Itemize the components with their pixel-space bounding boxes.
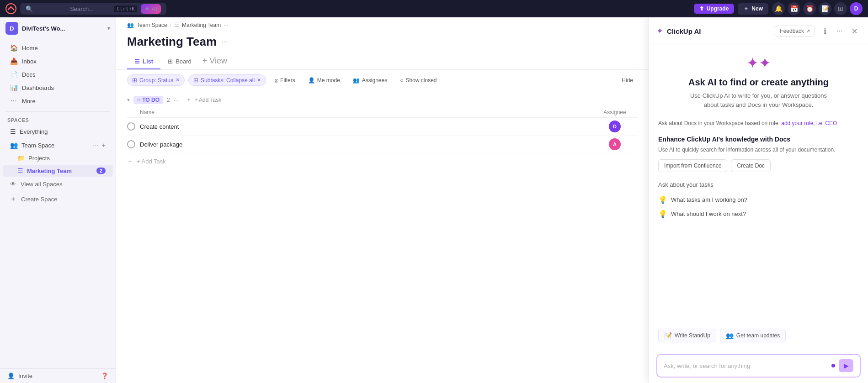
breadcrumb-team-space[interactable]: Team Space [137,22,167,28]
search-bar[interactable]: 🔍 Search... Ctrl+K ✦ AI [20,3,166,15]
more-icon: ⋯ [10,97,17,105]
calendar-icon[interactable]: 📅 [788,2,800,15]
add-view-button[interactable]: + View [199,54,231,69]
sidebar-item-everything[interactable]: ☰ Everything [3,125,113,138]
ai-enhance-section: Enhance ClickUp AI's knowledge with Docs… [658,136,859,172]
task-group-options[interactable]: ··· [174,96,179,104]
ai-button[interactable]: ✦ AI [141,4,161,14]
breadcrumb-marketing-team[interactable]: Marketing Team [182,22,221,28]
ai-more-icon[interactable]: ··· [833,25,846,37]
ai-enhance-title: Enhance ClickUp AI's knowledge with Docs [658,136,859,143]
sidebar-item-dashboards[interactable]: 📊 Dashboards [3,81,113,94]
tab-board[interactable]: ⊞ Board [160,54,199,69]
marketing-team-label: Marketing Team [27,168,72,174]
workspace-header[interactable]: D DiviTest's Wo... ▾ [0,17,116,39]
breadcrumb-more[interactable]: ··· [224,22,228,28]
me-mode-button[interactable]: 👤 Me mode [304,75,345,85]
app-logo [5,3,16,14]
sidebar-view-all-spaces[interactable]: 👁 View all Spaces [3,178,113,190]
sidebar-item-projects[interactable]: 📁 Projects [3,152,113,164]
subtasks-chip[interactable]: ⊞ Subtasks: Collapse all ✕ [188,74,266,86]
ai-suggestion-1[interactable]: 💡 What should I work on next? [658,207,859,221]
get-team-updates-button[interactable]: 👥 Get team updates [720,329,786,342]
new-button[interactable]: ＋ New [738,3,768,15]
grid-icon[interactable]: ⊞ [834,2,847,15]
main-content: 👥 Team Space / ☰ Marketing Team ··· Mark… [116,17,649,383]
task-name-0[interactable]: Create content [140,123,592,130]
ai-enhance-desc: Use AI to quickly search for information… [658,146,859,154]
invite-icon: 👤 [7,373,15,379]
ai-role-link[interactable]: add your role, i.e. CEO [781,120,837,126]
task-name-1[interactable]: Deliver package [140,141,592,148]
me-mode-icon: 👤 [308,77,315,84]
more-label: More [22,98,36,105]
docs-label: Docs [22,71,36,78]
team-space-label: Team Space [21,142,54,149]
team-space-icon: 👥 [10,142,18,149]
sidebar-item-docs[interactable]: 📄 Docs [3,68,113,81]
ai-send-button[interactable]: ▶ [839,359,853,372]
ai-info-icon[interactable]: ℹ [819,25,831,37]
suggestion-icon-1: 💡 [658,210,667,218]
ai-role-note: Ask about Docs in your Workspace based o… [658,120,859,126]
main-header: 👥 Team Space / ☰ Marketing Team ··· Mark… [116,17,649,70]
add-icon: ＋ [127,157,133,165]
name-col-header: Name [140,109,592,115]
sidebar-item-inbox[interactable]: 📥 Inbox [3,55,113,68]
ai-feedback-button[interactable]: Feedback ↗ [775,26,815,37]
task-checkbox-1[interactable] [127,140,135,148]
sidebar-item-team-space[interactable]: 👥 Team Space ··· + [3,139,113,152]
add-task-icon: ＋ [186,96,192,104]
group-status-chip[interactable]: ⊞ Group: Status ✕ [127,74,185,86]
page-title-row: Marketing Team ··· [127,31,638,52]
breadcrumb-sep: / [170,22,171,28]
sidebar-item-more[interactable]: ⋯ More [3,94,113,107]
add-task-inline[interactable]: ＋ + Add Task [182,95,225,105]
notifications-icon[interactable]: 🔔 [772,2,785,15]
subtasks-chip-close[interactable]: ✕ [257,77,261,83]
sidebar-create-space[interactable]: ＋ Create Space [3,192,113,206]
home-label: Home [22,45,38,52]
show-closed-button[interactable]: ○ Show closed [395,75,441,85]
tab-list[interactable]: ☰ List [127,54,160,69]
docs-icon: 📄 [10,71,17,78]
show-closed-icon: ○ [400,77,403,84]
ai-suggestion-0[interactable]: 💡 What tasks am I working on? [658,193,859,207]
topbar: 🔍 Search... Ctrl+K ✦ AI ⬆ Upgrade ＋ New … [0,0,868,17]
group-toggle[interactable]: ▾ [127,97,130,103]
workspace-name: DiviTest's Wo... [22,25,104,32]
team-space-add[interactable]: + [102,142,106,149]
sidebar-item-home[interactable]: 🏠 Home [3,42,113,54]
write-standup-button[interactable]: 📝 Write StandUp [658,329,716,342]
breadcrumb-icon2: ☰ [174,22,179,28]
task-assignee-1: A [592,138,638,150]
task-checkbox-0[interactable] [127,122,135,131]
avatar-1: A [609,138,621,150]
notes-icon[interactable]: 📝 [819,2,831,15]
hide-button[interactable]: Hide [617,75,638,85]
dashboards-icon: 📊 [10,84,17,91]
inbox-icon: 📥 [10,58,17,65]
dashboards-label: Dashboards [22,84,54,91]
clock-icon[interactable]: ⏰ [803,2,816,15]
ai-sparkle-icon: ✦ [656,26,663,36]
user-avatar[interactable]: D [850,2,863,15]
ai-dot-indicator [831,364,835,367]
upgrade-button[interactable]: ⬆ Upgrade [694,4,735,14]
add-task-row[interactable]: ＋ + Add Task [127,153,638,169]
filters-button[interactable]: ⧖ Filters [270,75,300,85]
page-title-options[interactable]: ··· [221,37,228,47]
ai-input[interactable] [664,362,828,369]
team-updates-icon: 👥 [726,332,734,339]
projects-folder-icon: 📁 [17,155,25,162]
task-group-count: 2 [167,97,170,103]
import-confluence-button[interactable]: Import from Confluence [658,159,727,172]
group-chip-close[interactable]: ✕ [176,77,180,83]
sidebar-invite[interactable]: 👤 Invite ❓ [0,368,116,383]
task-group-badge: ○ TO DO [133,96,163,104]
ai-close-icon[interactable]: ✕ [848,25,861,37]
sidebar-item-marketing-team[interactable]: ☰ Marketing Team 2 [3,165,113,177]
team-space-options[interactable]: ··· [93,142,98,149]
create-doc-button[interactable]: Create Doc [731,159,771,172]
assignees-button[interactable]: 👥 Assignees [348,75,392,85]
